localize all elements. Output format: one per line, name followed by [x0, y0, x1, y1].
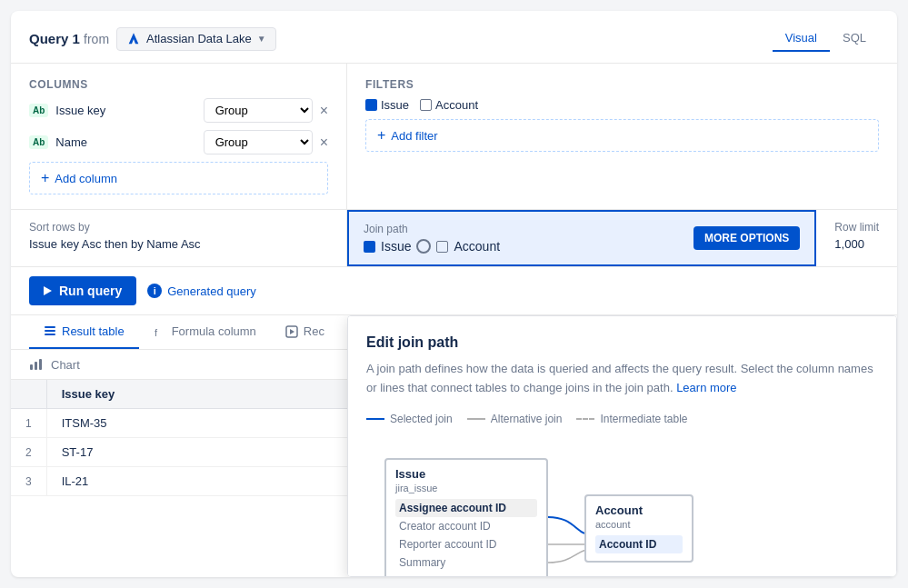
svg-rect-1	[45, 330, 55, 332]
selected-join-line	[366, 418, 384, 420]
row-num-header	[11, 380, 46, 409]
formula-column-label: Formula column	[172, 324, 256, 338]
join-issue-icon	[364, 241, 375, 253]
svg-rect-0	[45, 326, 55, 328]
row-num-3: 3	[11, 467, 46, 496]
view-tabs: Visual SQL	[773, 25, 879, 52]
row-limit-section: Row limit 1,000	[816, 210, 897, 266]
col-group-select-0[interactable]: Group Count Sum	[204, 98, 313, 123]
formula-icon: f	[154, 325, 166, 338]
filter-items: Issue Account	[365, 98, 879, 112]
more-options-button[interactable]: MORE OPTIONS	[693, 226, 800, 250]
svg-rect-2	[45, 334, 55, 335]
popup-description: A join path defines how the data is quer…	[366, 360, 878, 398]
sort-section: Sort rows by Issue key Asc then by Name …	[11, 210, 347, 266]
col-remove-1[interactable]: ×	[320, 135, 328, 150]
join-path-label: Join path	[364, 223, 686, 235]
issue-field-0[interactable]: Assignee account ID	[395, 499, 537, 517]
col-group-select-1[interactable]: Group Count Sum	[204, 130, 313, 154]
columns-section: Columns Ab Issue key Group Count Sum × A…	[11, 64, 347, 209]
issue-box-title: Issue	[395, 467, 537, 481]
columns-label: Columns	[29, 78, 328, 91]
run-query-button[interactable]: Run query	[29, 276, 136, 305]
col-type-icon-1: Ab	[29, 135, 48, 149]
account-field-0[interactable]: Account ID	[595, 535, 683, 553]
bottom-area: Result table f Formula column Rec Chart	[11, 315, 897, 577]
generated-query-button[interactable]: i Generated query	[147, 284, 256, 298]
col-type-icon-0: Ab	[29, 104, 48, 117]
filters-section: Filters Issue Account + Add filter	[347, 64, 897, 209]
query-title: Query 1 from	[29, 31, 109, 46]
legend-row: Selected join Alternative join Intermedi…	[366, 413, 878, 425]
legend-selected: Selected join	[366, 413, 453, 425]
svg-rect-6	[35, 362, 37, 370]
issue-field-2[interactable]: Reporter account ID	[395, 535, 537, 553]
result-table-label: Result table	[62, 324, 125, 338]
issue-field-3[interactable]: Summary	[395, 553, 537, 572]
legend-intermediate: Intermediate table	[576, 413, 687, 425]
tab-visual[interactable]: Visual	[773, 25, 830, 52]
issue-field-1[interactable]: Creator account ID	[395, 517, 537, 535]
add-filter-button[interactable]: + Add filter	[365, 119, 879, 152]
rec-label: Rec	[304, 324, 324, 338]
alt-join-label: Alternative join	[491, 413, 563, 425]
chevron-down-icon: ▼	[257, 34, 266, 44]
add-column-label: Add column	[55, 172, 117, 185]
header-left: Query 1 from Atlassian Data Lake ▼	[29, 27, 276, 51]
column-row-1: Ab Name Group Count Sum ×	[29, 130, 328, 154]
account-box-sub: account	[595, 519, 683, 530]
data-source-selector[interactable]: Atlassian Data Lake ▼	[116, 27, 276, 51]
add-column-button[interactable]: + Add column	[29, 162, 328, 194]
row-num-1: 1	[11, 409, 46, 438]
tab-sql[interactable]: SQL	[830, 25, 879, 52]
row-limit-value: 1,000	[834, 237, 879, 251]
sort-value: Issue key Asc then by Name Asc	[29, 237, 328, 251]
account-diagram-box: Account account Account ID	[584, 494, 693, 563]
query-title-text: Query 1	[29, 31, 80, 46]
run-query-label: Run query	[59, 284, 122, 298]
sort-label: Sort rows by	[29, 221, 328, 234]
issue-diagram-box: Issue jira_issue Assignee account ID Cre…	[384, 458, 548, 577]
atlassian-icon	[126, 32, 141, 46]
popup-desc-text: A join path defines how the data is quer…	[366, 362, 873, 394]
col-name-0: Issue key	[55, 104, 195, 117]
col-remove-0[interactable]: ×	[320, 104, 328, 118]
columns-filters-area: Columns Ab Issue key Group Count Sum × A…	[11, 64, 897, 210]
selected-join-label: Selected join	[390, 413, 453, 425]
add-filter-label: Add filter	[391, 129, 437, 143]
learn-more-link[interactable]: Learn more	[676, 381, 736, 394]
rec-icon	[285, 325, 298, 338]
issue-filter-icon	[365, 99, 377, 111]
filter-account: Account	[420, 98, 478, 112]
join-path-content: Join path Issue Account	[364, 223, 686, 254]
join-account-label: Account	[454, 239, 500, 254]
account-box-title: Account	[595, 503, 683, 517]
popup-title: Edit join path	[366, 334, 878, 351]
sort-join-row: Sort rows by Issue key Asc then by Name …	[11, 210, 897, 267]
issue-box-sub: jira_issue	[395, 483, 537, 493]
account-filter-icon	[420, 99, 432, 111]
legend-alternative: Alternative join	[467, 413, 563, 425]
svg-rect-5	[30, 364, 33, 370]
action-bar: Run query i Generated query	[11, 267, 897, 315]
join-issue-label: Issue	[381, 239, 411, 254]
result-table-icon	[44, 325, 56, 338]
tab-result-table[interactable]: Result table	[29, 315, 139, 349]
chart-label-text: Chart	[51, 358, 80, 372]
filter-issue-label: Issue	[381, 98, 409, 112]
tab-rec[interactable]: Rec	[271, 315, 339, 349]
join-path-items: Issue Account	[364, 239, 686, 254]
alt-join-line	[467, 418, 485, 420]
join-account-icon	[436, 241, 448, 253]
filters-label: Filters	[365, 78, 879, 91]
run-icon	[44, 286, 52, 295]
column-row-0: Ab Issue key Group Count Sum ×	[29, 98, 328, 123]
row-limit-label: Row limit	[834, 221, 879, 234]
col-name-1: Name	[55, 135, 195, 149]
query-from-text: from	[84, 32, 109, 46]
data-source-label: Atlassian Data Lake	[146, 32, 252, 45]
plus-icon-filter: +	[377, 127, 385, 144]
join-path-section: Join path Issue Account MORE OPTIONS	[347, 210, 816, 266]
tab-formula-column[interactable]: f Formula column	[139, 315, 271, 349]
svg-rect-7	[39, 359, 42, 370]
